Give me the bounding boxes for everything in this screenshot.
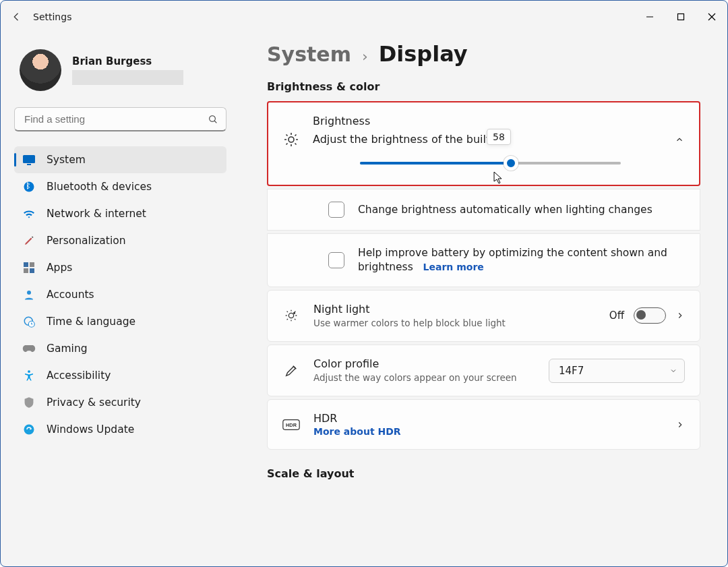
close-button[interactable] xyxy=(696,6,727,28)
svg-point-27 xyxy=(289,314,293,318)
svg-line-26 xyxy=(295,135,297,136)
sidebar-item-label: Privacy & security xyxy=(47,396,141,409)
sun-icon xyxy=(283,131,299,148)
section-scale-layout: Scale & layout xyxy=(267,467,700,480)
expand-button[interactable] xyxy=(675,311,685,320)
battery-optimize-label: Help improve battery by optimizing the c… xyxy=(358,247,667,273)
svg-rect-6 xyxy=(23,155,35,163)
sidebar-item-privacy[interactable]: Privacy & security xyxy=(14,389,226,416)
svg-line-5 xyxy=(214,121,216,123)
sidebar-item-time-language[interactable]: Time & language xyxy=(14,308,226,335)
hdr-icon: HDR xyxy=(282,419,300,431)
sidebar-item-bluetooth[interactable]: Bluetooth & devices xyxy=(14,173,226,200)
user-email-redacted xyxy=(72,70,183,85)
accessibility-icon xyxy=(22,369,36,382)
svg-rect-12 xyxy=(30,268,34,273)
shield-icon xyxy=(22,396,36,409)
chevron-right-icon: › xyxy=(362,48,368,65)
display-icon xyxy=(22,153,36,167)
svg-line-25 xyxy=(286,144,288,145)
close-icon xyxy=(708,13,716,21)
page-title: Display xyxy=(379,41,468,67)
color-profile-subtitle: Adjust the way colors appear on your scr… xyxy=(313,371,535,384)
sidebar-item-label: Accessibility xyxy=(47,369,111,382)
sidebar-item-personalization[interactable]: Personalization xyxy=(14,227,226,254)
brightness-color-group: Brightness Adjust the brightness of the … xyxy=(267,101,700,450)
auto-brightness-checkbox[interactable] xyxy=(328,202,344,218)
bluetooth-icon xyxy=(22,180,36,193)
svg-point-17 xyxy=(24,425,34,435)
sidebar-item-label: Bluetooth & devices xyxy=(47,181,152,193)
battery-optimize-row[interactable]: Help improve battery by optimizing the c… xyxy=(267,233,700,287)
hdr-card[interactable]: HDR HDR More about HDR xyxy=(267,399,700,450)
sidebar-item-gaming[interactable]: Gaming xyxy=(14,335,226,362)
color-profile-card[interactable]: Color profile Adjust the way colors appe… xyxy=(267,345,700,396)
hdr-more-link[interactable]: More about HDR xyxy=(313,426,662,437)
battery-optimize-learn-more[interactable]: Learn more xyxy=(423,262,484,272)
svg-rect-10 xyxy=(30,262,34,267)
svg-point-16 xyxy=(28,370,30,373)
color-profile-value: 14F7 xyxy=(559,365,584,377)
svg-point-4 xyxy=(210,116,216,122)
night-light-toggle[interactable] xyxy=(634,307,666,324)
minimize-icon xyxy=(646,13,654,21)
expand-button[interactable] xyxy=(675,420,685,429)
person-icon xyxy=(22,288,36,301)
user-account-block[interactable]: Brian Burgess xyxy=(14,33,226,95)
sidebar-item-label: Windows Update xyxy=(47,423,134,436)
svg-rect-7 xyxy=(27,164,31,165)
back-button[interactable] xyxy=(1,11,33,23)
sidebar-item-label: Network & internet xyxy=(47,208,146,220)
brightness-tooltip: 58 xyxy=(487,129,511,145)
search-box[interactable] xyxy=(14,107,226,131)
svg-rect-11 xyxy=(24,268,28,273)
section-brightness-color: Brightness & color xyxy=(267,80,700,93)
color-profile-title: Color profile xyxy=(313,357,535,370)
sidebar-item-apps[interactable]: Apps xyxy=(14,254,226,281)
sidebar-item-accounts[interactable]: Accounts xyxy=(14,281,226,308)
slider-fill xyxy=(360,162,511,165)
nav: System Bluetooth & devices Network & int… xyxy=(14,146,226,443)
svg-point-28 xyxy=(294,313,295,314)
sidebar-item-network[interactable]: Network & internet xyxy=(14,200,226,227)
minimize-button[interactable] xyxy=(634,6,665,28)
slider-track[interactable] xyxy=(360,162,621,165)
svg-point-18 xyxy=(289,137,294,142)
search-input[interactable] xyxy=(14,107,226,131)
svg-line-23 xyxy=(286,135,288,136)
app-title: Settings xyxy=(33,11,71,22)
globe-clock-icon xyxy=(22,315,36,328)
chevron-down-icon xyxy=(669,367,677,375)
hdr-title: HDR xyxy=(313,412,662,425)
auto-brightness-row[interactable]: Change brightness automatically when lig… xyxy=(267,189,700,231)
back-arrow-icon xyxy=(11,11,23,23)
search-icon xyxy=(208,114,218,125)
brightness-slider[interactable] xyxy=(313,162,661,165)
collapse-button[interactable] xyxy=(675,135,684,144)
sidebar-item-windows-update[interactable]: Windows Update xyxy=(14,416,226,443)
breadcrumb-parent[interactable]: System xyxy=(267,42,351,66)
paintbrush-icon xyxy=(22,234,36,247)
titlebar: Settings xyxy=(1,1,727,33)
sidebar-item-label: Personalization xyxy=(47,235,126,247)
chevron-up-icon xyxy=(675,135,684,144)
sidebar-item-accessibility[interactable]: Accessibility xyxy=(14,362,226,389)
svg-text:HDR: HDR xyxy=(286,422,297,428)
sidebar-item-system[interactable]: System xyxy=(14,146,226,173)
sidebar-item-label: System xyxy=(47,154,86,166)
night-light-card[interactable]: Night light Use warmer colors to help bl… xyxy=(267,290,700,342)
maximize-button[interactable] xyxy=(665,6,696,28)
sidebar: Brian Burgess System Bluetooth & devices xyxy=(1,33,240,566)
night-light-state: Off xyxy=(609,309,624,322)
gamepad-icon xyxy=(22,342,36,355)
mouse-cursor-icon xyxy=(493,171,504,185)
battery-optimize-checkbox[interactable] xyxy=(328,252,344,268)
svg-point-13 xyxy=(27,291,31,295)
apps-icon xyxy=(22,261,36,274)
chevron-right-icon xyxy=(675,420,685,429)
update-icon xyxy=(22,423,36,436)
auto-brightness-label: Change brightness automatically when lig… xyxy=(358,204,653,216)
slider-thumb[interactable] xyxy=(504,156,518,171)
avatar xyxy=(20,49,61,91)
color-profile-select[interactable]: 14F7 xyxy=(549,359,685,383)
